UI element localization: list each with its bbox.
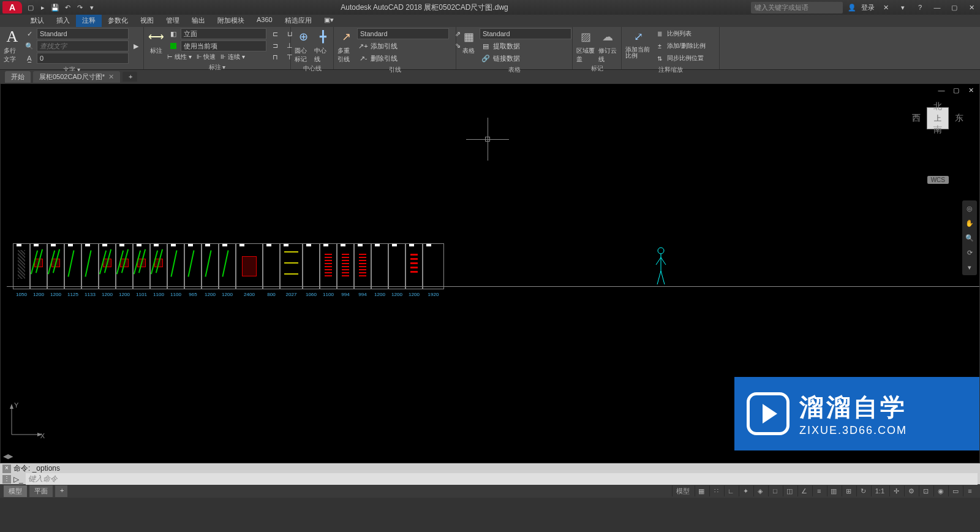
wipeout-button[interactable]: ▨区域覆盖: [576, 28, 596, 64]
leaderadd-icon[interactable]: ↗+: [357, 40, 369, 51]
app-logo[interactable]: A: [2, 1, 22, 13]
scaleadd-icon[interactable]: ±: [654, 40, 666, 51]
qat-save-icon[interactable]: 💾: [49, 1, 61, 13]
file-tab[interactable]: 展柜0502CAD尺寸图*✕: [33, 71, 120, 83]
exchange-icon[interactable]: ✕: [880, 2, 892, 12]
dimuse-combo[interactable]: 使用当前项: [181, 40, 266, 51]
tab-parametric[interactable]: 参数化: [102, 15, 134, 27]
help-icon[interactable]: ?: [914, 2, 926, 12]
tab-manage[interactable]: 管理: [160, 15, 186, 27]
scalelist-label[interactable]: 比例列表: [667, 29, 692, 38]
dimlayer-icon[interactable]: ◧: [167, 28, 179, 39]
sb-scale-label[interactable]: 1:1: [871, 485, 888, 496]
sb-cycle-icon[interactable]: ↻: [856, 485, 870, 496]
dimcolor-icon[interactable]: [167, 40, 179, 51]
layout-add-button[interactable]: +: [55, 485, 67, 497]
viewcube[interactable]: 北 东 南 西 上: [927, 102, 949, 134]
dimquick-button[interactable]: ⊩ 快速: [197, 53, 216, 61]
tab-insert[interactable]: 插入: [50, 15, 76, 27]
link-icon[interactable]: 🔗: [480, 53, 492, 64]
maximize-icon[interactable]: ▢: [948, 2, 960, 12]
tab-featured[interactable]: 精选应用: [279, 15, 318, 27]
drawing-canvas[interactable]: — ▢ ✕ 北 东 南 西 上 WCS ◎ ✋ 🔍 ⟳ ▾ Y X ◀▶ 105…: [0, 83, 980, 463]
scalesync-label[interactable]: 同步比例位置: [667, 54, 704, 63]
viewcube-east[interactable]: 东: [955, 113, 963, 124]
tablestyle-combo[interactable]: Standard: [480, 28, 571, 39]
qat-new-icon[interactable]: ▢: [24, 1, 37, 13]
dimension-button[interactable]: ⟷ 标注: [148, 28, 165, 55]
close-icon[interactable]: ✕: [965, 2, 978, 12]
layout-tab[interactable]: 平面: [29, 485, 53, 497]
help-search-input[interactable]: 键入关键字或短语: [751, 2, 843, 13]
cmd-close-icon[interactable]: ×: [2, 465, 11, 473]
nav-pan-icon[interactable]: ✋: [964, 218, 975, 229]
file-tab-close-icon[interactable]: ✕: [108, 73, 114, 80]
sb-ws-icon[interactable]: ⚙: [904, 485, 918, 496]
wcs-badge[interactable]: WCS: [927, 176, 949, 184]
qat-undo-icon[interactable]: ↶: [61, 1, 74, 13]
nav-wheel-icon[interactable]: ◎: [964, 203, 975, 214]
viewcube-south[interactable]: 南: [933, 124, 942, 135]
tab-output[interactable]: 输出: [186, 15, 211, 27]
table-button[interactable]: ▦表格: [460, 28, 477, 55]
sb-otrack-icon[interactable]: ∠: [797, 485, 811, 496]
find-input[interactable]: 查找文字: [37, 40, 129, 51]
dimstyle-combo[interactable]: 立面: [181, 28, 266, 39]
sb-grid-icon[interactable]: ▦: [695, 485, 708, 496]
sb-trans-icon[interactable]: ▥: [827, 485, 840, 496]
sb-iso-icon[interactable]: ◈: [753, 485, 767, 496]
command-input[interactable]: 键入命令: [26, 473, 978, 485]
mtext-button[interactable]: A 多行文字: [4, 28, 21, 64]
tab-default[interactable]: 默认: [24, 15, 50, 27]
tab-addins[interactable]: 附加模块: [211, 15, 251, 27]
signin-icon[interactable]: 👤: [848, 4, 856, 12]
sb-qp-icon[interactable]: ⊞: [842, 485, 855, 496]
start-tab[interactable]: 开始: [5, 71, 31, 83]
cmd-handle-icon[interactable]: ⋮: [2, 475, 11, 484]
viewcube-north[interactable]: 北: [933, 101, 942, 112]
centermark-button[interactable]: ⊕圆心标记: [295, 28, 312, 64]
dimlinear-button[interactable]: ⊢ 线性 ▾: [167, 53, 192, 61]
qat-redo-icon[interactable]: ↷: [74, 1, 86, 13]
minimize-icon[interactable]: —: [931, 2, 943, 12]
mleader-button[interactable]: ↗多重引线: [337, 28, 355, 64]
sb-polar-icon[interactable]: ✦: [739, 485, 752, 496]
signin-label[interactable]: 登录: [861, 3, 875, 12]
scaleadd-label[interactable]: 添加/删除比例: [667, 42, 706, 50]
find-go-icon[interactable]: ▶: [130, 40, 142, 51]
textcheck-icon[interactable]: ✓: [23, 28, 36, 39]
viewcube-west[interactable]: 西: [912, 113, 921, 124]
cart-icon[interactable]: ▾: [897, 2, 909, 12]
nav-zoom-icon[interactable]: 🔍: [964, 232, 975, 243]
sb-lwt-icon[interactable]: ≡: [812, 485, 826, 496]
qat-open-icon[interactable]: ▸: [37, 1, 49, 13]
leaderrem-icon[interactable]: ↗-: [357, 53, 369, 64]
sb-clean-icon[interactable]: ▭: [948, 485, 962, 496]
textstyle-combo[interactable]: Standard: [37, 28, 129, 39]
dimcont-button[interactable]: ⊪ 连续 ▾: [221, 53, 245, 61]
scalelist-icon[interactable]: ≣: [654, 28, 666, 39]
revcloud-button[interactable]: ☁修订云线: [598, 28, 618, 64]
sb-ortho-icon[interactable]: ∟: [724, 485, 737, 496]
model-tab[interactable]: 模型: [4, 485, 27, 497]
scalesync-icon[interactable]: ⇅: [654, 53, 666, 64]
sb-3dosnap-icon[interactable]: ◫: [783, 485, 796, 496]
sb-model-label[interactable]: 模型: [672, 485, 693, 496]
scroll-arrow-icon[interactable]: ◀▶: [3, 452, 13, 460]
link-label[interactable]: 链接数据: [493, 54, 520, 63]
addscale-button[interactable]: ⤢添加当前比例: [625, 28, 651, 59]
vp-min-icon[interactable]: —: [935, 85, 948, 95]
leaderrem-label[interactable]: 删除引线: [371, 54, 398, 63]
tab-view[interactable]: 视图: [134, 15, 160, 27]
tab-a360[interactable]: A360: [251, 15, 279, 27]
extract-label[interactable]: 提取数据: [493, 42, 520, 51]
textheight-icon[interactable]: A̲: [23, 53, 36, 64]
dim-t3-icon[interactable]: ⊓: [269, 51, 281, 63]
tab-expand-icon[interactable]: ▣▾: [318, 15, 340, 27]
sb-annomon-icon[interactable]: ✢: [889, 485, 903, 496]
sb-iso2-icon[interactable]: ◉: [933, 485, 947, 496]
sb-hw-icon[interactable]: ⊡: [919, 485, 932, 496]
leaderstyle-combo[interactable]: Standard: [357, 28, 449, 39]
dim-t2-icon[interactable]: ⊐: [269, 40, 281, 51]
tab-annotate[interactable]: 注释: [76, 15, 102, 27]
